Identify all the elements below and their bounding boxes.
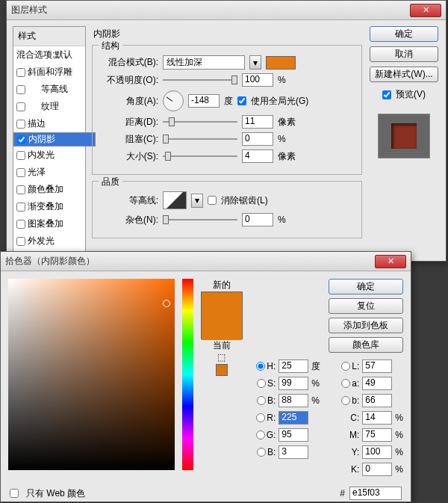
opacity-input[interactable]: 100 <box>242 73 273 87</box>
saturation-brightness-field[interactable] <box>8 279 175 470</box>
opacity-slider[interactable] <box>163 75 237 85</box>
style-checkbox[interactable] <box>16 203 25 212</box>
a-input[interactable]: 49 <box>362 377 392 390</box>
style-item-5[interactable]: 内发光 <box>13 146 85 164</box>
style-item-1[interactable]: 等高线 <box>13 81 85 98</box>
hex-input[interactable]: e15f03 <box>349 487 402 500</box>
style-item-0[interactable]: 斜面和浮雕 <box>13 64 85 81</box>
g-radio[interactable] <box>256 431 265 439</box>
g-input[interactable]: 95 <box>279 428 308 442</box>
style-item-6[interactable]: 光泽 <box>13 164 85 181</box>
a-radio[interactable] <box>341 379 350 388</box>
effect-title: 内阴影 <box>93 28 362 40</box>
titlebar[interactable]: 图层样式 ✕ <box>7 1 446 20</box>
size-input[interactable]: 4 <box>242 149 273 163</box>
cancel-button[interactable]: 取消 <box>370 46 438 62</box>
h-input[interactable]: 25 <box>279 359 308 373</box>
b2-input[interactable]: 3 <box>279 445 308 459</box>
style-item-4[interactable]: 内阴影 <box>13 132 96 146</box>
new-style-button[interactable]: 新建样式(W)... <box>370 67 438 82</box>
r-radio[interactable] <box>256 413 265 422</box>
style-item-10[interactable]: 外发光 <box>13 232 85 250</box>
hue-slider[interactable] <box>182 279 194 470</box>
color-picker-dialog: 拾色器（内阴影颜色） ✕ 新的 当前 ⬚ 确定 复位 添加到色板 颜色库 <box>0 251 411 502</box>
quality-group: 品质 等高线: ▾ 消除锯齿(L) 杂色(N): 0 % <box>92 181 362 238</box>
hex-label: # <box>340 488 345 499</box>
choke-slider[interactable] <box>163 134 237 144</box>
m-input[interactable]: 75 <box>362 428 392 442</box>
style-item-2[interactable]: 纹理 <box>13 98 85 115</box>
c-input[interactable]: 14 <box>362 411 392 425</box>
structure-group: 结构 混合模式(B): 线性加深 ▾ 不透明度(O): 100 % 角度(A):… <box>92 45 362 175</box>
web-only-checkbox[interactable] <box>10 489 19 498</box>
blending-options-item[interactable]: 混合选项:默认 <box>13 46 85 64</box>
s-input[interactable]: 99 <box>279 377 308 390</box>
style-item-8[interactable]: 渐变叠加 <box>13 198 85 215</box>
lab-b-input[interactable]: 66 <box>362 394 392 407</box>
titlebar[interactable]: 拾色器（内阴影颜色） ✕ <box>1 252 411 271</box>
current-color-swatch <box>202 316 242 340</box>
style-item-7[interactable]: 颜色叠加 <box>13 181 85 198</box>
current-color-label: 当前 <box>213 339 231 352</box>
style-checkbox[interactable] <box>16 220 25 229</box>
new-color-swatch <box>202 292 242 316</box>
k-input[interactable]: 0 <box>362 463 392 476</box>
chevron-down-icon[interactable]: ▾ <box>191 194 203 208</box>
window-title: 图层样式 <box>11 4 410 16</box>
r-input[interactable]: 225 <box>279 411 308 425</box>
blend-mode-select[interactable]: 线性加深 <box>163 55 245 70</box>
noise-input[interactable]: 0 <box>242 213 273 226</box>
style-checkbox[interactable] <box>16 168 25 177</box>
websafe-swatch[interactable] <box>216 364 228 376</box>
style-checkbox[interactable] <box>16 151 25 160</box>
s-radio[interactable] <box>257 379 266 388</box>
style-checkbox[interactable] <box>16 68 25 77</box>
b-radio[interactable] <box>257 396 266 405</box>
style-item-9[interactable]: 图案叠加 <box>13 215 85 232</box>
lab-b-radio[interactable] <box>341 396 350 405</box>
preview-box <box>378 114 430 158</box>
chevron-down-icon[interactable]: ▾ <box>249 55 261 70</box>
style-checkbox[interactable] <box>16 85 25 94</box>
new-color-label: 新的 <box>213 279 231 291</box>
l-radio[interactable] <box>341 362 350 371</box>
style-checkbox[interactable] <box>16 102 25 111</box>
size-slider[interactable] <box>163 151 237 161</box>
style-checkbox[interactable] <box>16 237 25 246</box>
distance-slider[interactable] <box>163 117 237 127</box>
new-current-swatch[interactable] <box>201 291 243 339</box>
noise-slider[interactable] <box>163 215 237 225</box>
choke-input[interactable]: 0 <box>242 132 273 146</box>
layer-style-dialog: 图层样式 ✕ 样式 混合选项:默认 斜面和浮雕等高线纹理描边内阴影内发光光泽颜色… <box>6 0 447 262</box>
y-input[interactable]: 100 <box>362 445 392 459</box>
blend-mode-label: 混合模式(B): <box>100 56 158 69</box>
close-icon[interactable]: ✕ <box>410 4 441 17</box>
angle-dial[interactable] <box>163 90 184 111</box>
b2-radio[interactable] <box>257 448 266 457</box>
h-radio[interactable] <box>256 362 265 371</box>
add-swatch-button[interactable]: 添加到色板 <box>329 318 403 333</box>
shadow-color-swatch[interactable] <box>266 56 296 70</box>
l-input[interactable]: 57 <box>362 359 392 373</box>
style-checkbox[interactable] <box>16 185 25 194</box>
ok-button[interactable]: 确定 <box>329 279 403 294</box>
contour-picker[interactable] <box>163 191 187 209</box>
close-icon[interactable]: ✕ <box>375 255 406 268</box>
style-item-3[interactable]: 描边 <box>13 115 85 132</box>
cube-icon[interactable]: ⬚ <box>217 352 226 361</box>
preview-checkbox[interactable] <box>382 90 391 99</box>
ok-button[interactable]: 确定 <box>370 26 438 42</box>
styles-header[interactable]: 样式 <box>13 27 85 46</box>
antialias-checkbox[interactable] <box>208 196 217 205</box>
color-libraries-button[interactable]: 颜色库 <box>329 337 403 353</box>
reset-button[interactable]: 复位 <box>329 298 403 314</box>
b-input[interactable]: 88 <box>279 394 308 407</box>
styles-list: 样式 混合选项:默认 斜面和浮雕等高线纹理描边内阴影内发光光泽颜色叠加渐变叠加图… <box>13 26 86 268</box>
distance-input[interactable]: 11 <box>242 115 273 129</box>
window-title: 拾色器（内阴影颜色） <box>5 255 375 268</box>
angle-input[interactable]: -148 <box>188 94 220 108</box>
style-checkbox[interactable] <box>17 135 26 144</box>
use-global-light-checkbox[interactable] <box>237 96 246 105</box>
style-checkbox[interactable] <box>16 120 25 129</box>
